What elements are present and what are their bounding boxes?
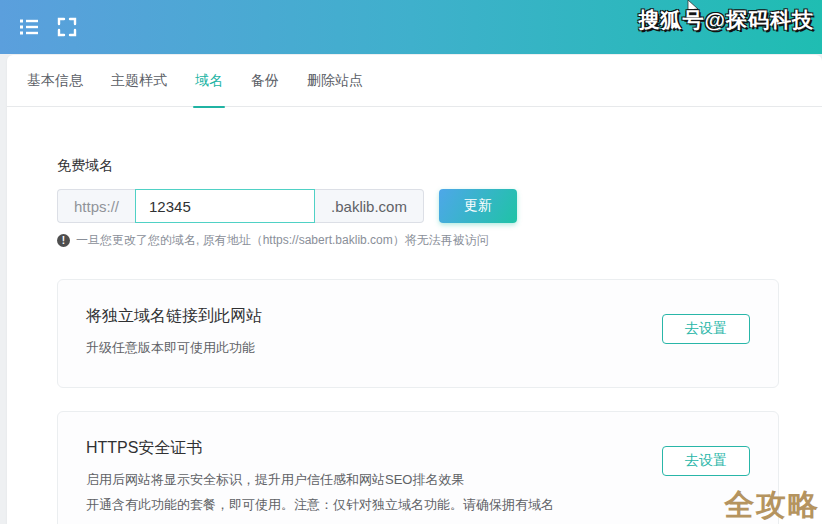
- custom-domain-settings-button[interactable]: 去设置: [662, 314, 750, 344]
- domain-input-group: https:// .baklib.com 更新: [57, 189, 779, 223]
- domain-warning-text: 一旦您更改了您的域名, 原有地址（https://sabert.baklib.c…: [76, 232, 489, 249]
- https-cert-card-title: HTTPS安全证书: [86, 438, 554, 459]
- custom-domain-card-title: 将独立域名链接到此网站: [86, 306, 262, 327]
- https-cert-card-desc2: 开通含有此功能的套餐，即可使用。注意：仅针对独立域名功能。请确保拥有域名: [86, 493, 554, 518]
- https-cert-card-desc1: 启用后网站将显示安全标识，提升用户信任感和网站SEO排名效果: [86, 468, 554, 493]
- settings-panel: 基本信息 主题样式 域名 备份 删除站点 免费域名 https:// .bakl…: [7, 55, 822, 524]
- tab-domain[interactable]: 域名: [193, 55, 225, 107]
- custom-domain-card-body: 将独立域名链接到此网站 升级任意版本即可使用此功能: [86, 306, 262, 361]
- subdomain-input[interactable]: [135, 189, 315, 223]
- top-watermark: 搜狐号@探码科技: [639, 6, 814, 34]
- tab-backup[interactable]: 备份: [249, 55, 281, 107]
- https-cert-card-body: HTTPS安全证书 启用后网站将显示安全标识，提升用户信任感和网站SEO排名效果…: [86, 438, 554, 518]
- update-button[interactable]: 更新: [439, 189, 517, 223]
- domain-warning-row: ! 一旦您更改了您的域名, 原有地址（https://sabert.baklib…: [57, 232, 779, 249]
- list-menu-icon[interactable]: [18, 16, 40, 38]
- free-domain-label: 免费域名: [57, 157, 779, 175]
- tab-content: 免费域名 https:// .baklib.com 更新 ! 一旦您更改了您的域…: [7, 107, 822, 524]
- https-cert-card: HTTPS安全证书 启用后网站将显示安全标识，提升用户信任感和网站SEO排名效果…: [57, 411, 779, 524]
- info-icon: !: [57, 234, 70, 247]
- custom-domain-card-desc: 升级任意版本即可使用此功能: [86, 336, 262, 361]
- https-cert-settings-button[interactable]: 去设置: [662, 446, 750, 476]
- mouse-cursor-icon: [686, 0, 700, 18]
- protocol-prefix: https://: [57, 189, 135, 223]
- custom-domain-card: 将独立域名链接到此网站 升级任意版本即可使用此功能 去设置: [57, 279, 779, 388]
- top-navbar: 搜狐号@探码科技: [0, 0, 822, 54]
- settings-tabs: 基本信息 主题样式 域名 备份 删除站点: [7, 55, 822, 107]
- tab-theme-style[interactable]: 主题样式: [109, 55, 169, 107]
- tab-basic-info[interactable]: 基本信息: [25, 55, 85, 107]
- fullscreen-icon[interactable]: [56, 16, 78, 38]
- tab-delete-site[interactable]: 删除站点: [305, 55, 365, 107]
- domain-suffix: .baklib.com: [315, 189, 424, 223]
